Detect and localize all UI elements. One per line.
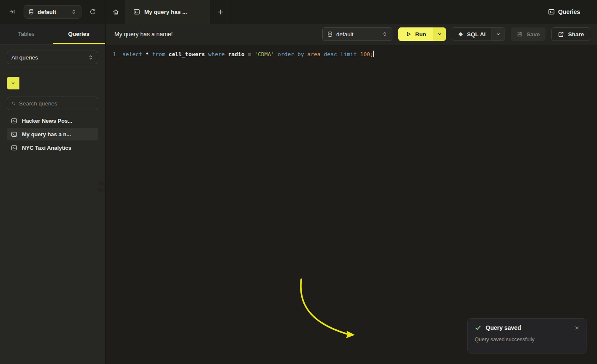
terminal-icon [11, 145, 17, 151]
share-button[interactable]: Share [551, 27, 590, 41]
sidebar-tab-tables-label: Tables [18, 31, 35, 37]
query-filter-select[interactable]: All queries [7, 51, 98, 64]
share-label: Share [568, 31, 584, 38]
save-label: Save [527, 31, 540, 38]
sql-console-screen: default Tables Queries All queries [0, 0, 597, 364]
share-icon [558, 31, 564, 38]
code-line: select * from cell_towers where radio = … [122, 50, 374, 59]
close-icon [575, 326, 579, 330]
editor-tab-bar: My query has ... Queries [106, 0, 597, 24]
toast-header: Query saved [475, 324, 579, 331]
editor-header: My query has a name! default Run ❖ [106, 24, 597, 45]
run-label: Run [415, 31, 426, 38]
run-dropdown-button[interactable] [433, 27, 446, 41]
queries-nav-button[interactable]: Queries [548, 8, 597, 15]
chevron-down-icon [496, 32, 501, 37]
updown-chevrons-icon [382, 31, 388, 37]
sql-editor[interactable]: 1 select * from cell_towers where radio … [106, 45, 597, 364]
sidebar-tab-bar: Tables Queries [0, 24, 105, 45]
sparkles-icon: ❖ [458, 31, 463, 38]
query-list-item[interactable]: Hacker News Pos... [7, 114, 98, 127]
refresh-icon [89, 8, 96, 15]
collapse-sidebar-button[interactable] [6, 5, 19, 18]
new-tab-button[interactable] [210, 0, 231, 24]
updown-chevrons-icon [71, 9, 77, 15]
query-list-item-label: NYC Taxi Analytics [22, 145, 71, 151]
main-area: My query has ... Queries My query has a … [106, 0, 597, 364]
terminal-icon [11, 118, 17, 124]
queries-nav-label: Queries [558, 8, 580, 15]
query-list-item[interactable]: NYC Taxi Analytics [7, 141, 98, 154]
code-line-row: 1 select * from cell_towers where radio … [106, 50, 597, 59]
sql-ai-split-button: ❖ SQL AI [452, 27, 505, 41]
sidebar-top-bar: default [0, 0, 105, 24]
toast-title: Query saved [486, 324, 570, 331]
terminal-icon [11, 131, 17, 138]
sidebar-database-value: default [38, 9, 68, 15]
sidebar-database-selector[interactable]: default [24, 5, 81, 19]
sidebar-tab-queries-label: Queries [68, 31, 89, 37]
query-list-item-selected[interactable]: My query has a n... [7, 128, 98, 140]
plus-icon [217, 9, 224, 15]
sidebar-divider [0, 71, 105, 71]
refresh-button[interactable] [86, 5, 99, 18]
search-queries-box [7, 97, 98, 110]
check-icon [475, 324, 481, 331]
editor-tab-active[interactable]: My query has ... [126, 0, 210, 24]
sql-ai-label: SQL AI [467, 31, 486, 38]
database-icon [28, 9, 34, 15]
new-query-split-button: New query [7, 77, 98, 89]
query-title: My query has a name! [114, 31, 173, 38]
sidebar-tab-queries[interactable]: Queries [53, 24, 105, 44]
query-list: Hacker News Pos... My query has a n... N… [7, 114, 98, 154]
editor-database-value: default [336, 31, 378, 38]
sql-ai-button[interactable]: ❖ SQL AI [452, 28, 492, 40]
terminal-icon [548, 8, 555, 15]
save-icon [517, 31, 523, 37]
search-queries-input[interactable] [19, 100, 94, 107]
search-icon [11, 100, 16, 106]
editor-tab-label: My query has ... [144, 9, 187, 15]
query-list-item-label: Hacker News Pos... [22, 118, 72, 124]
chevron-down-icon [11, 81, 16, 86]
editor-database-selector[interactable]: default [322, 27, 392, 41]
updown-chevrons-icon [88, 54, 94, 60]
terminal-icon [133, 8, 140, 15]
query-list-item-label: My query has a n... [22, 131, 71, 138]
home-button[interactable] [106, 0, 126, 24]
home-icon [112, 8, 119, 16]
text-cursor [373, 51, 374, 57]
play-icon [405, 31, 411, 37]
line-number: 1 [106, 50, 116, 59]
chevron-down-icon [437, 32, 442, 37]
save-button[interactable]: Save [511, 27, 546, 41]
run-split-button: Run [398, 27, 446, 41]
sidebar-tab-tables[interactable]: Tables [0, 24, 53, 44]
new-query-dropdown-button[interactable] [7, 77, 19, 89]
sidebar-body: All queries New query [0, 45, 105, 154]
toast-message: Query saved successfully [475, 337, 579, 342]
query-filter-value: All queries [11, 54, 84, 61]
sql-ai-dropdown-button[interactable] [492, 28, 505, 40]
toast-close-button[interactable] [575, 326, 579, 330]
sidebar: default Tables Queries All queries [0, 0, 105, 364]
database-icon [327, 31, 333, 37]
toast-query-saved: Query saved Query saved successfully [467, 318, 586, 353]
run-button[interactable]: Run [398, 27, 433, 41]
collapse-sidebar-icon [9, 8, 16, 15]
